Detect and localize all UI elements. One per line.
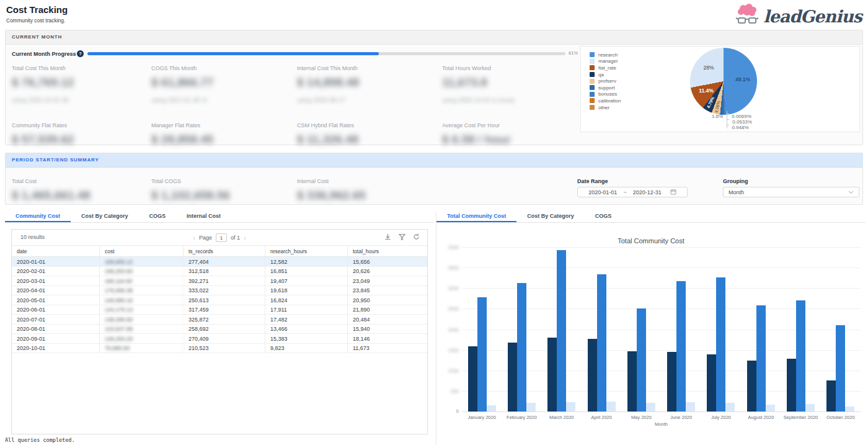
stat-caption: using 2020-10-01 to (now) bbox=[442, 97, 582, 104]
next-page-button[interactable]: › bbox=[244, 235, 246, 241]
table-cell: 333,022 bbox=[184, 286, 265, 295]
refresh-icon[interactable] bbox=[413, 233, 420, 240]
table-cell: 258,692 bbox=[184, 325, 265, 334]
table-cell: 16,851 bbox=[265, 267, 348, 276]
stat-label: COGS This Month bbox=[151, 65, 297, 71]
stat-value: $ 11,326.48 bbox=[297, 133, 442, 146]
table-cell: 20,950 bbox=[348, 295, 427, 305]
tab-community-cost[interactable]: Community Cost bbox=[5, 211, 71, 222]
bar-ts_records bbox=[796, 300, 805, 411]
bar-ts_records bbox=[756, 305, 766, 411]
right-panel-tabs: Total Community CostCost By CategoryCOGS bbox=[436, 211, 866, 223]
table-cell: 146,580.16 bbox=[100, 295, 184, 305]
stat-caption: using 2020-10-01 00 bbox=[12, 97, 151, 104]
bar-ts_records bbox=[557, 250, 566, 411]
table-cell: 2020-05-01 bbox=[12, 295, 100, 305]
table-row[interactable]: 2020-02-01168,253.60312,51816,85120,626 bbox=[12, 267, 427, 277]
left-panel-tabs: Community CostCost By CategoryCOGSIntern… bbox=[5, 211, 434, 223]
calendar-icon[interactable] bbox=[670, 189, 676, 196]
table-row[interactable]: 2020-08-01123,527.68258,69213,46615,940 bbox=[12, 325, 427, 335]
legend-label: qa bbox=[598, 72, 604, 78]
pie-leader-tick bbox=[727, 119, 729, 120]
table-cell: 19,618 bbox=[265, 286, 348, 295]
table-row[interactable]: 2020-01-01158,905.12277,40412,58215,656 bbox=[12, 257, 427, 267]
stat-value: $ 76,769.12 bbox=[12, 76, 151, 89]
pie-slice-label: 28% bbox=[703, 65, 714, 71]
tab-cogs[interactable]: COGS bbox=[585, 211, 622, 222]
table-cell: 180,116.50 bbox=[100, 276, 184, 285]
bar-group bbox=[542, 247, 582, 411]
download-icon[interactable] bbox=[384, 233, 391, 240]
legend-item: other bbox=[590, 104, 621, 111]
tab-internal-cost[interactable]: Internal Cost bbox=[176, 211, 231, 222]
bar-total_hours bbox=[686, 402, 695, 411]
stat-value: $ 57,539.62 bbox=[12, 133, 151, 146]
column-header: ts_records bbox=[184, 246, 265, 256]
legend-item: qa bbox=[590, 71, 621, 78]
legend-item: research bbox=[590, 52, 621, 58]
table-cell: 20,626 bbox=[348, 267, 427, 276]
bar-total_hours bbox=[845, 407, 854, 411]
prev-page-button[interactable]: ‹ bbox=[193, 235, 195, 241]
table-body: 2020-01-01158,905.12277,40412,58215,6562… bbox=[12, 257, 427, 353]
table-cell: 312,518 bbox=[184, 267, 265, 276]
stat-card: Total COGS$ 1,102,658.56 bbox=[151, 178, 297, 202]
table-cell: 317,459 bbox=[184, 305, 265, 315]
stat-card: CSM Hybrid Flat Rates$ 11,326.48 bbox=[297, 122, 442, 146]
table-cell: 2020-07-01 bbox=[12, 315, 100, 324]
table-cell: 19,407 bbox=[265, 276, 348, 285]
table-row[interactable]: 2020-09-01128,253.20270,40915,38318,146 bbox=[12, 334, 427, 344]
table-row[interactable]: 2020-04-01176,066.38333,02219,61823,845 bbox=[12, 286, 427, 296]
legend-label: calibration bbox=[598, 98, 621, 104]
info-icon[interactable]: ? bbox=[77, 50, 84, 57]
page-of-label: of 1 bbox=[231, 235, 240, 241]
pie-leader-tick bbox=[727, 125, 729, 125]
table-row[interactable]: 2020-03-01180,116.50392,27119,40723,049 bbox=[12, 276, 427, 286]
x-axis-tick-label: October 2020 bbox=[821, 415, 861, 420]
column-header: cost bbox=[100, 246, 184, 256]
table-row[interactable]: 2020-07-01138,290.60325,87217,48220,484 bbox=[12, 315, 427, 325]
legend-swatch bbox=[590, 59, 595, 64]
date-range-end[interactable]: 2020-12-31 bbox=[633, 189, 662, 196]
bar-group bbox=[701, 247, 741, 411]
table-row[interactable]: 2020-06-01144,170.13317,45917,91121,890 bbox=[12, 305, 427, 315]
stat-card: Manager Flat Rates$ 28,858.45 bbox=[151, 122, 297, 146]
pie-slice-label: 1.6% bbox=[712, 114, 723, 119]
y-axis-tick-label: 300k bbox=[434, 285, 459, 291]
x-axis-tick-label: March 2020 bbox=[542, 415, 582, 420]
table-row[interactable]: 2020-05-01146,580.16250,61316,82420,950 bbox=[12, 295, 427, 305]
filter-icon[interactable] bbox=[399, 233, 405, 240]
legend-label: profserv bbox=[598, 78, 616, 84]
tab-total-community-cost[interactable]: Total Community Cost bbox=[436, 211, 516, 222]
pie-legend: researchmanagerflat_rateqaprofservsuppor… bbox=[590, 52, 621, 110]
stat-card: Total Hours Worked11,673.8using 2020-10-… bbox=[442, 65, 582, 122]
table-toolbar-icons bbox=[384, 233, 420, 240]
grouping-value: Month bbox=[728, 189, 744, 196]
bar-total_hours bbox=[606, 402, 616, 411]
page-label: Page bbox=[199, 235, 212, 241]
period-summary-section-header: PERIOD START/END SUMMARY bbox=[6, 153, 862, 168]
bar-total_hours bbox=[766, 405, 775, 411]
date-range-picker[interactable]: 2020-01-01 ~ 2020-12-31 bbox=[577, 187, 688, 197]
bar-cost bbox=[747, 361, 756, 411]
tab-cost-by-category[interactable]: Cost By Category bbox=[71, 211, 139, 222]
legend-item: flat_rate bbox=[590, 65, 621, 71]
stat-value: 11,673.8 bbox=[442, 76, 582, 89]
pie-slice-label: 0.0533% bbox=[732, 119, 752, 125]
page-number-input[interactable] bbox=[216, 233, 227, 242]
table-cell: 128,253.20 bbox=[100, 334, 184, 343]
grouping-select[interactable]: Month bbox=[723, 187, 859, 197]
table-toolbar: 10 results ‹ Page of 1 › bbox=[12, 230, 427, 246]
tab-cogs[interactable]: COGS bbox=[139, 211, 177, 222]
date-range-start[interactable]: 2020-01-01 bbox=[588, 189, 617, 196]
bar-ts_records bbox=[676, 281, 686, 411]
y-axis-tick-label: 250k bbox=[434, 306, 459, 312]
table-cell: 18,146 bbox=[348, 334, 427, 343]
table-cell: 16,824 bbox=[265, 295, 348, 305]
progress-label: Current Month Progress bbox=[12, 51, 76, 57]
tab-cost-by-category[interactable]: Cost By Category bbox=[516, 211, 585, 222]
stat-caption: using 2020-08-17 bbox=[297, 97, 442, 104]
table-row[interactable]: 2020-10-0175,980.50210,5239,82311,673 bbox=[12, 344, 427, 354]
table-cell: 210,523 bbox=[184, 344, 265, 353]
stat-card: Community Flat Rates$ 57,539.62 bbox=[12, 122, 151, 146]
